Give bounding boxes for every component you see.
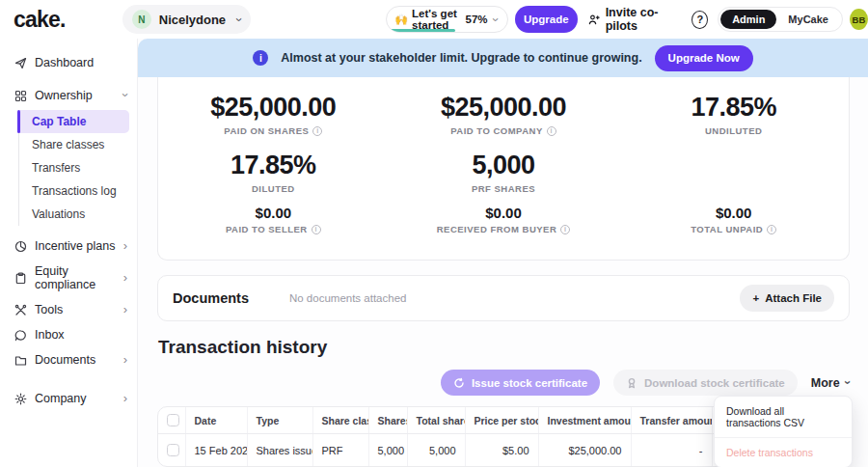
sidebar-item-equity-compliance[interactable]: Equity compliance ›: [0, 259, 137, 297]
stat-value: $25,000.00: [389, 93, 619, 123]
stat-label: RECEIVED FROM BUYERi: [389, 224, 619, 234]
plus-icon: +: [752, 292, 759, 304]
chevron-right-icon: ›: [123, 239, 127, 252]
column-transfer-amount: Transfer amount: [631, 407, 712, 434]
upgrade-button[interactable]: Upgrade: [515, 6, 578, 33]
stat-label: PRF SHARES: [389, 183, 619, 194]
admin-mycake-toggle: Admin MyCake: [718, 7, 843, 32]
stat-cell: $0.00 RECEIVED FROM BUYERi: [389, 205, 619, 262]
sidebar-item-valuations[interactable]: Valuations: [19, 203, 129, 226]
stat-value: 5,000: [389, 151, 619, 180]
sidebar-item-label: Incentive plans: [35, 239, 115, 253]
sidebar-item-documents[interactable]: Documents ›: [0, 347, 137, 372]
chevron-down-icon: ›: [233, 17, 246, 21]
invite-copilots-label: Invite co-pilots: [606, 6, 679, 33]
tools-icon: [14, 304, 27, 316]
sidebar-item-incentive-plans[interactable]: Incentive plans ›: [0, 234, 137, 259]
company-initial-badge: N: [132, 10, 151, 29]
menu-item-delete-transactions[interactable]: Delete transactions: [715, 438, 852, 467]
info-icon[interactable]: i: [312, 126, 322, 136]
more-dropdown-menu: Download all transactions CSV Delete tra…: [714, 396, 853, 467]
chevron-down-icon: ›: [489, 17, 502, 21]
invite-copilots-button[interactable]: Invite co-pilots: [588, 6, 679, 33]
download-stock-certificate-button[interactable]: Download stock certificate: [613, 370, 798, 396]
sidebar-item-label: Documents: [35, 353, 95, 367]
info-icon[interactable]: i: [560, 225, 570, 234]
sidebar-item-inbox[interactable]: Inbox: [0, 322, 137, 347]
toggle-mycake[interactable]: MyCake: [776, 10, 840, 29]
sidebar-item-tools[interactable]: Tools ›: [0, 297, 137, 322]
clipboard-icon: [14, 272, 27, 285]
grid-icon: [14, 90, 27, 102]
attach-file-label: Attach File: [765, 292, 822, 304]
question-icon: ?: [696, 14, 703, 25]
sidebar: Dashboard Ownership › Cap Table Share cl…: [0, 39, 138, 467]
sidebar-item-transfers[interactable]: Transfers: [19, 156, 129, 179]
attach-file-button[interactable]: + Attach File: [740, 285, 834, 312]
sidebar-item-label: Dashboard: [35, 56, 94, 69]
menu-item-download-csv[interactable]: Download all transactions CSV: [715, 397, 852, 438]
sidebar-item-transactions-log[interactable]: Transactions log: [19, 179, 129, 203]
stat-label: PAID TO COMPANYi: [389, 125, 619, 136]
stat-cell-empty: [618, 151, 849, 205]
stat-value: $25,000.00: [158, 93, 389, 123]
sidebar-item-cap-table[interactable]: Cap Table: [19, 110, 129, 133]
stat-value: 17.85%: [618, 93, 849, 123]
transaction-history-title: Transaction history: [158, 337, 850, 358]
sidebar-item-dashboard[interactable]: Dashboard: [0, 50, 137, 75]
chevron-down-icon: ›: [841, 380, 854, 384]
info-icon[interactable]: i: [312, 225, 321, 234]
cell-transfer-amount: -: [631, 434, 712, 467]
cap-table-stats-card: $25,000.00 PAID ON SHARESi $25,000.00 PA…: [157, 77, 850, 261]
column-investment-amount: Investment amount: [538, 407, 631, 434]
upgrade-now-button[interactable]: Upgrade Now: [655, 45, 753, 71]
folder-icon: [14, 354, 27, 367]
column-share-class: Share class: [312, 407, 368, 434]
chevron-right-icon: ›: [123, 392, 127, 404]
stat-cell: 17.85% UNDILUTED: [618, 93, 849, 151]
sidebar-item-share-classes[interactable]: Share classes: [19, 133, 129, 156]
help-button[interactable]: ?: [692, 11, 708, 29]
column-shares: Shares: [368, 407, 407, 434]
toggle-admin[interactable]: Admin: [720, 10, 776, 29]
chevron-right-icon: ›: [123, 303, 127, 316]
stat-value: $0.00: [158, 205, 389, 221]
progress-bar: [387, 29, 455, 32]
stat-value: $0.00: [618, 205, 849, 221]
stat-label: PAID ON SHARESi: [158, 125, 389, 136]
download-stock-certificate-label: Download stock certificate: [644, 377, 785, 389]
issue-stock-certificate-button[interactable]: Issue stock certificate: [441, 370, 600, 396]
cell-total-shares: 5,000: [407, 434, 465, 467]
column-date: Date: [185, 407, 247, 434]
stat-cell: 5,000 PRF SHARES: [389, 151, 619, 205]
sidebar-item-company[interactable]: Company ›: [0, 386, 137, 411]
ownership-submenu: Cap Table Share classes Transfers Transa…: [18, 110, 137, 226]
celebrate-icon: 🙌: [394, 14, 408, 26]
user-avatar[interactable]: BB: [850, 9, 868, 30]
issue-stock-certificate-label: Issue stock certificate: [472, 377, 587, 389]
sidebar-item-label: Equity compliance: [35, 264, 116, 291]
cell-investment-amount: $25,000.00: [538, 434, 631, 467]
select-all-checkbox[interactable]: [167, 414, 179, 426]
get-started-label: Let's get started: [412, 8, 466, 31]
company-switcher[interactable]: N Nicelydone ›: [122, 5, 252, 34]
stat-cell: 17.85% DILUTED: [158, 151, 389, 205]
row-checkbox[interactable]: [167, 444, 179, 456]
stat-cell: $25,000.00 PAID ON SHARESi: [158, 93, 389, 151]
get-started-progress-pill[interactable]: 🙌 Let's get started 57% ›: [386, 6, 508, 33]
more-button[interactable]: More ›: [811, 376, 850, 390]
stat-label: UNDILUTED: [618, 125, 849, 136]
column-type: Type: [247, 407, 312, 434]
pie-chart-icon: [14, 240, 27, 253]
info-icon[interactable]: i: [547, 126, 556, 136]
stat-value: $0.00: [389, 205, 619, 221]
sidebar-item-ownership[interactable]: Ownership ›: [0, 83, 137, 108]
more-label: More: [811, 376, 840, 390]
top-bar: cake. N Nicelydone › 🙌 Let's get started…: [0, 0, 868, 39]
column-total-shares: Total shares: [407, 407, 465, 434]
stat-cell: $25,000.00 PAID TO COMPANYi: [389, 93, 619, 151]
info-icon[interactable]: i: [767, 225, 776, 234]
transaction-actions: Issue stock certificate Download stock c…: [157, 370, 850, 396]
cell-shares: 5,000: [368, 434, 407, 467]
paper-plane-icon: [14, 57, 27, 69]
